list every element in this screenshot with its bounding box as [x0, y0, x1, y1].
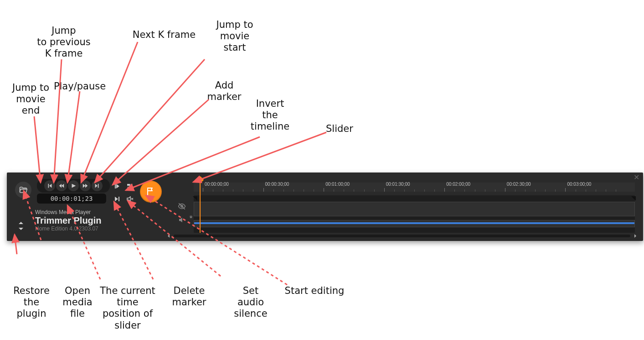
callout-prev-k-frame: Jump to previous K frame [34, 25, 93, 60]
track-settings-icon[interactable] [188, 214, 194, 220]
callout-next-k-frame: Next K frame [128, 29, 201, 41]
audio-toggle-icon[interactable] [177, 215, 186, 225]
audio-track[interactable] [194, 220, 635, 227]
step-forward-icon [82, 183, 88, 189]
marker-controls [111, 181, 136, 204]
out-point-marker[interactable] [631, 196, 636, 201]
invert-timeline-button[interactable] [124, 181, 135, 192]
callout-play-pause: Play/pause [50, 81, 109, 92]
mute-icon [126, 195, 134, 203]
play-pause-button[interactable] [68, 180, 79, 191]
start-editing-button[interactable] [140, 181, 162, 203]
delete-marker-button[interactable] [112, 194, 123, 204]
callout-delete-marker: Delete marker [166, 285, 212, 308]
callout-invert-timeline: Invert the timeline [246, 98, 294, 133]
timeline-horizontal-scrollbar[interactable] [165, 233, 639, 239]
callout-audio-silence: Set audio silence [228, 285, 273, 320]
skip-start-icon [46, 183, 53, 189]
callout-start-editing: Start editing [278, 285, 351, 297]
timecode-display: 00:00:01;23 [37, 194, 106, 204]
timeline-ruler[interactable]: 00:00:00;0000:00:30;0000:01:00;0000:01:3… [194, 183, 635, 192]
folder-open-icon [19, 185, 28, 194]
branding-version: Home Edition 4.0.2303.07 [35, 225, 102, 232]
callout-jump-to-movie-start: Jump to movie start [210, 19, 260, 54]
open-media-file-button[interactable] [15, 182, 31, 198]
track-side-icons [177, 202, 186, 225]
collapse-up-down-icon [18, 222, 24, 230]
svg-line-8 [113, 99, 209, 185]
svg-line-6 [81, 42, 138, 183]
callout-slider: Slider [326, 123, 367, 135]
add-marker-button[interactable] [112, 181, 123, 192]
branding-app: Windows Media Player [35, 209, 102, 215]
trimmer-plugin-panel: ✕ [7, 173, 643, 241]
in-point-marker[interactable] [193, 196, 197, 201]
ruler-tick-label: 00:03:00;00 [567, 182, 591, 187]
playhead-line [200, 183, 201, 233]
callout-restore-plugin: Restore the plugin [6, 285, 57, 320]
jump-to-movie-end-button[interactable] [44, 180, 55, 191]
video-track[interactable] [194, 202, 635, 216]
step-back-icon [58, 183, 65, 189]
marker-out-icon [113, 195, 121, 203]
video-visibility-icon[interactable] [177, 202, 186, 211]
scrollbar-track[interactable] [174, 235, 630, 237]
callout-jump-to-movie-end: Jump to movie end [5, 82, 57, 117]
branding-title: Trimmer Plugin [35, 215, 102, 225]
scroll-right-button[interactable] [632, 233, 639, 239]
transport-controls [37, 179, 110, 193]
prev-k-frame-button[interactable] [56, 180, 67, 191]
audio-waveform [194, 222, 634, 224]
callout-time-position: The current time position of slider [96, 285, 160, 331]
timeline[interactable]: 00:00:00;0000:00:30;0000:01:00;0000:01:3… [194, 183, 635, 233]
callout-add-marker: Add marker [201, 80, 247, 103]
invert-icon [126, 183, 134, 190]
ruler-tick-label: 00:00:30;00 [265, 182, 289, 187]
ruler-tick-label: 00:01:00;00 [325, 182, 350, 187]
timeline-tracks[interactable] [194, 195, 635, 233]
close-button[interactable]: ✕ [632, 173, 640, 182]
next-k-frame-button[interactable] [80, 180, 91, 191]
svg-line-4 [54, 59, 62, 183]
ruler-tick-label: 00:02:30;00 [507, 182, 531, 187]
flag-icon [145, 186, 156, 197]
set-audio-silence-button[interactable] [124, 194, 135, 204]
skip-end-icon [94, 183, 100, 189]
restore-plugin-button[interactable] [16, 221, 26, 231]
svg-line-5 [67, 91, 80, 183]
play-icon [70, 183, 77, 189]
scroll-left-button[interactable] [165, 233, 172, 239]
svg-line-7 [95, 59, 205, 183]
ruler-tick-label: 00:00:00;00 [205, 182, 229, 187]
ruler-tick-label: 00:02:00;00 [446, 182, 470, 187]
marker-in-icon [113, 183, 121, 190]
ruler-tick-label: 00:01:30;00 [386, 182, 410, 187]
jump-to-movie-start-button[interactable] [92, 180, 103, 191]
callout-open-media-file: Open media file [57, 285, 98, 320]
plugin-branding: Windows Media Player Trimmer Plugin Home… [35, 209, 102, 232]
